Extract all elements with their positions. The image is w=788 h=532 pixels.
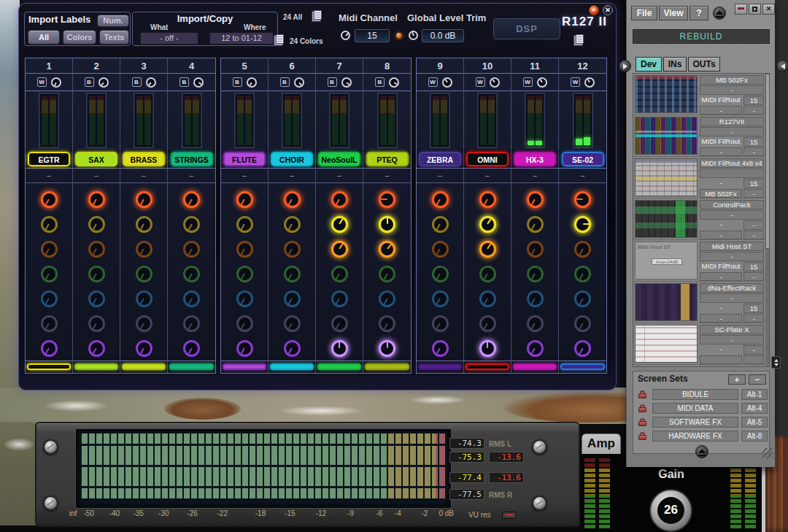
channel-knob[interactable] bbox=[284, 340, 301, 357]
channel-knob[interactable] bbox=[41, 266, 58, 282]
channel-knob[interactable] bbox=[331, 340, 348, 357]
device-field[interactable]: - bbox=[743, 272, 764, 281]
channel-label-button[interactable]: PTEQ bbox=[366, 152, 409, 166]
channel-knob[interactable] bbox=[432, 216, 449, 233]
channel-knob[interactable] bbox=[527, 191, 544, 208]
channel-knob[interactable] bbox=[88, 216, 105, 233]
device-channel-field[interactable]: 15 bbox=[743, 179, 764, 188]
channel-knob[interactable] bbox=[88, 340, 105, 357]
channel-knob[interactable] bbox=[574, 290, 591, 307]
channel-knob[interactable] bbox=[88, 191, 105, 208]
channel-knob[interactable] bbox=[41, 315, 58, 332]
channel-number[interactable]: 7 bbox=[316, 58, 363, 74]
channel-mode-toggle[interactable]: B bbox=[85, 77, 94, 87]
channel-knob[interactable] bbox=[136, 266, 152, 282]
device-field[interactable]: - bbox=[743, 147, 764, 156]
channel-knob[interactable] bbox=[574, 315, 591, 332]
device-thumbnail[interactable]: Midi Host STAmp+24dB bbox=[635, 242, 698, 280]
channel-knob[interactable] bbox=[574, 191, 591, 208]
channel-value-display[interactable]: − bbox=[464, 169, 511, 183]
channel-mode-toggle[interactable]: W bbox=[428, 77, 438, 87]
channel-knob[interactable] bbox=[527, 340, 544, 357]
copy-24-all-icon[interactable] bbox=[314, 10, 322, 20]
channel-knob[interactable] bbox=[284, 216, 301, 233]
channel-mode-toggle[interactable]: B bbox=[280, 77, 290, 87]
rebuild-button[interactable]: REBUILD bbox=[633, 29, 770, 44]
channel-knob[interactable] bbox=[479, 191, 496, 208]
sidebar-collapse-icon[interactable] bbox=[695, 445, 708, 458]
channel-knob[interactable] bbox=[183, 315, 200, 332]
channel-knob[interactable] bbox=[236, 266, 253, 282]
device-field[interactable]: MB 502Fx bbox=[700, 189, 742, 198]
screen-set-shortcut[interactable]: Alt-5 bbox=[741, 417, 768, 428]
channel-mode-knob-icon[interactable] bbox=[51, 77, 61, 88]
channel-mode-toggle[interactable]: B bbox=[132, 77, 142, 87]
minimize-button[interactable]: = bbox=[589, 5, 599, 15]
device-thumbnail[interactable] bbox=[635, 75, 698, 113]
device-name-field[interactable]: ControlPack bbox=[700, 200, 764, 209]
channel-value-display[interactable]: − bbox=[511, 169, 558, 183]
channel-knob[interactable] bbox=[41, 191, 58, 208]
channel-value-display[interactable]: − bbox=[559, 169, 606, 183]
channel-knob[interactable] bbox=[236, 315, 253, 332]
channel-knob[interactable] bbox=[41, 241, 58, 258]
tab-ins[interactable]: INs bbox=[663, 57, 687, 72]
channel-label-button[interactable]: ZEBRA bbox=[419, 152, 461, 166]
channel-knob[interactable] bbox=[574, 241, 591, 258]
channel-knob[interactable] bbox=[527, 216, 544, 233]
device-thumbnail[interactable] bbox=[635, 283, 698, 321]
channel-mode-knob-icon[interactable] bbox=[442, 77, 452, 88]
global-trim-knob-icon[interactable] bbox=[409, 31, 418, 40]
device-channel-field[interactable]: 15 bbox=[743, 304, 764, 313]
device-thumbnail[interactable] bbox=[635, 117, 698, 155]
channel-number[interactable]: 10 bbox=[464, 58, 511, 74]
channel-label-button[interactable]: SAX bbox=[75, 152, 117, 166]
view-menu-button[interactable]: View bbox=[659, 6, 688, 20]
import-all-button[interactable]: All bbox=[28, 30, 60, 45]
scroll-left-arrow-icon[interactable] bbox=[619, 60, 631, 72]
channel-label-button[interactable]: NeoSoulL bbox=[318, 152, 360, 166]
channel-knob[interactable] bbox=[331, 290, 348, 307]
channel-mode-knob-icon[interactable] bbox=[584, 77, 595, 88]
device-row[interactable]: R127VII-MIDI FilRout15-- bbox=[633, 115, 769, 157]
screen-set-name[interactable]: MIDI DATA bbox=[652, 403, 738, 414]
channel-mode-toggle[interactable]: B bbox=[375, 77, 385, 87]
device-field[interactable]: - bbox=[743, 314, 764, 323]
channel-knob[interactable] bbox=[183, 241, 200, 258]
channel-number[interactable]: 9 bbox=[417, 58, 463, 74]
channel-label-button[interactable]: HX-3 bbox=[514, 152, 556, 166]
channel-knob[interactable] bbox=[479, 290, 496, 307]
channel-mode-toggle[interactable]: W bbox=[37, 77, 47, 87]
device-field[interactable]: - bbox=[700, 314, 742, 323]
channel-number[interactable]: 6 bbox=[269, 58, 315, 74]
screen-set-shortcut[interactable]: Alt-8 bbox=[741, 431, 768, 442]
channel-knob[interactable] bbox=[284, 191, 301, 208]
copy-24-colors-icon[interactable] bbox=[276, 34, 284, 44]
channel-knob[interactable] bbox=[379, 241, 395, 258]
device-thumbnail[interactable] bbox=[635, 200, 698, 238]
screen-set-name[interactable]: SOFTWARE FX bbox=[652, 417, 738, 428]
channel-knob[interactable] bbox=[574, 216, 591, 233]
device-field[interactable]: - bbox=[700, 127, 764, 136]
channel-mode-toggle[interactable]: B bbox=[179, 77, 189, 87]
channel-value-display[interactable]: − bbox=[269, 169, 315, 183]
channel-label-button[interactable]: SE-02 bbox=[562, 152, 604, 166]
channel-knob[interactable] bbox=[379, 216, 395, 233]
channel-knob[interactable] bbox=[432, 241, 449, 258]
device-channel-field[interactable]: 15 bbox=[743, 96, 764, 105]
channel-knob[interactable] bbox=[479, 266, 496, 282]
scroll-right-arrow-icon[interactable] bbox=[776, 60, 788, 72]
device-name-field[interactable]: Midi Host ST bbox=[700, 242, 764, 251]
channel-knob[interactable] bbox=[136, 340, 152, 357]
channel-knob[interactable] bbox=[574, 266, 591, 282]
channel-mode-knob-icon[interactable] bbox=[294, 77, 304, 88]
channel-value-display[interactable]: − bbox=[73, 169, 120, 183]
channel-knob[interactable] bbox=[183, 290, 200, 307]
device-name-field[interactable]: R127VII bbox=[700, 117, 764, 126]
device-row[interactable]: Midi Host STAmp+24dBMidi Host ST-MIDI Fi… bbox=[633, 240, 769, 282]
channel-knob[interactable] bbox=[527, 266, 544, 282]
channel-knob[interactable] bbox=[331, 266, 348, 282]
device-field[interactable]: - bbox=[700, 231, 742, 239]
channel-number[interactable]: 11 bbox=[511, 58, 558, 74]
screen-set-name[interactable]: BIDULE bbox=[652, 389, 738, 400]
